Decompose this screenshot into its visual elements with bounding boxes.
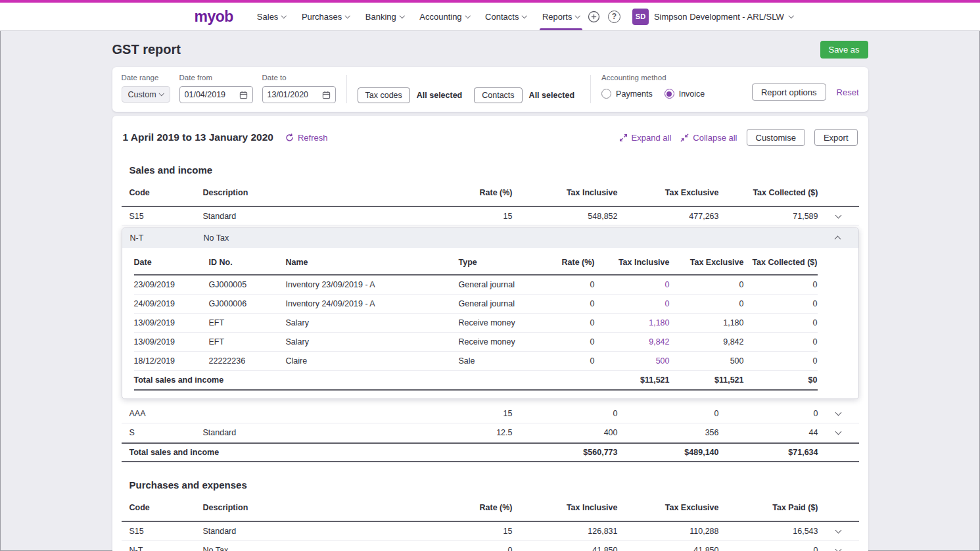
date-to-field[interactable] [262,86,336,103]
date-from-input[interactable] [185,90,235,99]
expand-row-button[interactable] [818,530,859,533]
nav-sales[interactable]: Sales [249,3,294,30]
radio-selected-icon [665,89,674,99]
table-row: S Standard 12.5 400 356 44 [122,423,859,443]
col-tax-collected: Tax Collected ($) [744,258,818,267]
nav-accounting[interactable]: Accounting [411,3,477,30]
report-options-button[interactable]: Report options [752,84,826,101]
chevron-down-icon [400,13,405,18]
refresh-link[interactable]: Refresh [285,133,328,143]
date-from-field[interactable] [179,86,253,103]
col-rate: Rate (%) [434,503,513,512]
date-range-select[interactable]: Custom [122,86,170,103]
tax-codes-button[interactable]: Tax codes [358,87,410,103]
col-tax-exclusive: Tax Exclusive [670,258,744,267]
sales-header-row: Code Description Rate (%) Tax Inclusive … [122,180,859,207]
export-button[interactable]: Export [814,129,858,146]
page-title: GST report [112,42,181,57]
radio-payments[interactable]: Payments [601,89,653,99]
radio-invoice-label: Invoice [679,89,705,99]
transaction-link[interactable]: 9,842 [595,337,670,347]
table-row: N-T No Tax 0 41,850 41,850 0 [122,541,859,551]
date-to-input[interactable] [268,90,317,99]
chevron-down-icon [835,546,842,551]
table-row: S15 Standard 15 126,831 110,288 16,543 [122,522,859,541]
col-tax-paid: Tax Paid ($) [719,503,818,512]
chevron-up-icon [835,236,841,243]
nav-purchases-label: Purchases [302,12,342,22]
col-tax-exclusive: Tax Exclusive [618,503,719,512]
nav-banking[interactable]: Banking [358,3,411,30]
chevron-down-icon [789,13,794,18]
accounting-method-group: Accounting method Payments Invoice [601,74,705,99]
chevron-down-icon [835,527,842,534]
nav-reports[interactable]: Reports [534,3,588,30]
expand-row-button[interactable] [818,431,859,434]
refresh-label: Refresh [298,133,328,143]
sales-heading: Sales and income [129,164,851,176]
nav-banking-label: Banking [365,12,396,22]
collapse-all-label: Collapse all [693,133,737,143]
chevron-down-icon [522,13,527,18]
date-to-group: Date to [262,74,336,103]
nav-sales-label: Sales [257,12,279,22]
transaction-link[interactable]: 1,180 [595,318,670,327]
col-tax-exclusive: Tax Exclusive [618,188,719,197]
expand-all-icon [619,133,628,142]
col-name: Name [286,258,459,267]
refresh-icon [285,133,294,142]
nav-purchases[interactable]: Purchases [294,3,358,30]
radio-invoice[interactable]: Invoice [665,89,705,99]
myob-logo[interactable]: myob [195,8,233,26]
sales-total-row: Total sales and income $560,773 $489,140… [122,443,859,462]
chevron-down-icon [835,410,842,416]
avatar: SD [632,9,649,25]
date-range-label: Date range [122,74,170,82]
col-id-no: ID No. [209,258,286,267]
date-to-label: Date to [262,74,336,82]
help-icon[interactable]: ? [608,11,620,23]
transaction-link[interactable]: 0 [595,280,670,289]
nav-contacts[interactable]: Contacts [477,3,534,30]
col-code: Code [129,188,203,197]
table-row: S15 Standard 15 548,852 477,263 71,589 [122,207,859,226]
filter-bar: Date range Custom Date from Date to Tax … [112,67,868,112]
collapse-row-button[interactable] [818,235,858,241]
table-row: AAA 15 0 0 0 [122,404,859,423]
tax-codes-status: All selected [417,91,462,100]
radio-unselected-icon [601,89,611,99]
collapse-all-link[interactable]: Collapse all [680,133,737,143]
expand-all-link[interactable]: Expand all [619,133,672,143]
accounting-method-label: Accounting method [601,74,705,82]
nav-accounting-label: Accounting [419,12,461,22]
reset-link[interactable]: Reset [837,87,859,97]
detail-row: 24/09/2019 GJ000006 Inventory 24/09/2019… [134,295,818,314]
calendar-icon[interactable] [322,91,331,99]
contacts-button[interactable]: Contacts [474,87,522,103]
expand-row-button[interactable] [818,412,859,415]
col-description: Description [203,188,434,197]
chevron-down-icon [575,13,580,18]
date-from-group: Date from [179,74,253,103]
contacts-status: All selected [529,91,574,100]
collapse-all-icon [680,133,689,142]
calendar-icon[interactable] [239,91,248,99]
detail-row: 13/09/2019 EFT Salary Receive money 0 9,… [134,333,818,352]
save-as-button[interactable]: Save as [820,41,868,59]
col-date: Date [134,258,209,267]
transaction-link[interactable]: 0 [595,299,670,308]
expand-row-button[interactable] [818,215,859,218]
purchases-header-row: Code Description Rate (%) Tax Inclusive … [122,494,859,522]
account-menu[interactable]: SD Simpson Development - ARL/SLW [628,9,793,25]
main-nav: Sales Purchases Banking Accounting Conta… [249,3,588,30]
col-tax-inclusive: Tax Inclusive [513,503,618,512]
plus-circle-icon [588,11,600,23]
customise-button[interactable]: Customise [747,129,805,146]
radio-payments-label: Payments [616,89,653,99]
transaction-link[interactable]: 500 [595,356,670,366]
report-card: 1 April 2019 to 13 January 2020 Refresh … [112,116,868,551]
create-new-button[interactable] [588,11,600,23]
detail-row: 23/09/2019 GJ000005 Inventory 23/09/2019… [134,276,818,295]
filter-divider [590,75,591,103]
col-tax-inclusive: Tax Inclusive [513,188,618,197]
